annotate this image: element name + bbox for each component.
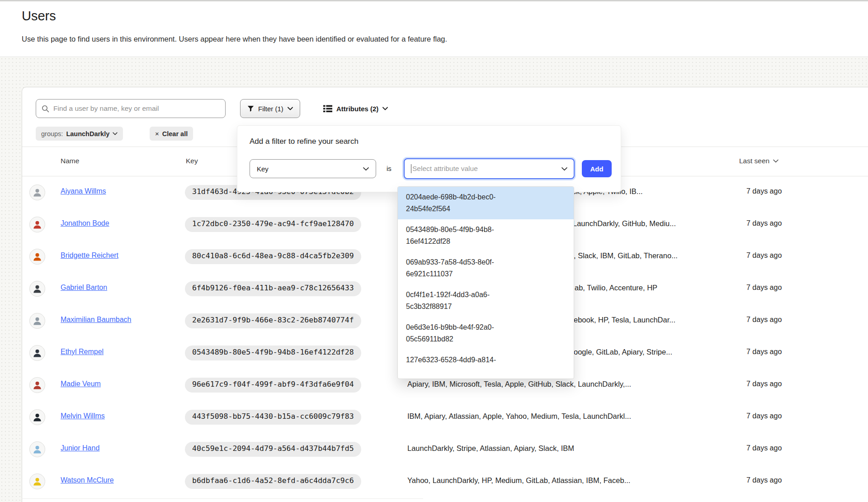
user-attributes: Yahoo, LaunchDarkly, HP, Medium, GitLab,…	[407, 476, 737, 485]
last-seen-value: 7 days ago	[746, 412, 782, 420]
avatar-figure	[33, 382, 41, 389]
user-name-link[interactable]: Bridgette Reichert	[61, 251, 118, 260]
list-icon	[323, 105, 332, 113]
chevron-down-icon	[363, 167, 369, 171]
attribute-value-option[interactable]: 0543489b-80e5-4f9b-94b8-16ef4122df28	[398, 219, 574, 252]
chevron-down-icon	[773, 159, 778, 163]
chevron-down-icon	[288, 107, 293, 110]
person-icon	[32, 251, 42, 262]
person-icon	[32, 412, 42, 422]
chip-attribute-name: groups:	[41, 130, 63, 137]
last-seen-value: 7 days ago	[746, 251, 782, 260]
filter-button[interactable]: Filter (1)	[240, 99, 300, 118]
user-name-link[interactable]: Jonathon Bode	[61, 219, 109, 227]
text-cursor	[411, 164, 411, 173]
last-seen-value: 7 days ago	[746, 219, 782, 227]
user-name-link[interactable]: Ethyl Rempel	[61, 348, 104, 356]
avatar-figure	[33, 253, 41, 261]
last-seen-value: 7 days ago	[746, 444, 782, 452]
attribute-value-text: 069ab933-7a58-4d53-8e0f-6e921c111037	[406, 256, 525, 280]
last-seen-value: 7 days ago	[746, 348, 782, 356]
user-attributes: LaunchDarkly, Stripe, Atlassian, Apiary,…	[407, 444, 737, 453]
table-row: Watson McClure b6dbfaa6-c1d6-4a52-8efd-a…	[22, 465, 868, 497]
user-name-link[interactable]: Gabriel Barton	[61, 284, 107, 292]
attribute-value-text: 0cf4f1e1-192f-4dd3-a0a6-5c3b32f88917	[406, 289, 525, 313]
avatar-figure	[33, 317, 41, 325]
avatar	[29, 409, 45, 425]
person-icon	[32, 316, 42, 326]
user-search[interactable]	[36, 99, 226, 118]
user-name-link[interactable]: Watson McClure	[61, 476, 114, 484]
filter-chip-groups[interactable]: groups: LaunchDarkly	[36, 127, 123, 141]
page-title: Users	[22, 9, 56, 24]
attributes-button[interactable]: Attributes (2)	[323, 99, 388, 118]
funnel-icon	[247, 105, 254, 112]
close-icon: ×	[155, 130, 159, 137]
filter-field-value: Key	[257, 165, 269, 173]
attribute-value-option[interactable]: 0cf4f1e1-192f-4dd3-a0a6-5c3b32f88917	[398, 284, 574, 317]
avatar	[29, 281, 45, 297]
filter-operator-label: is	[387, 165, 392, 172]
attribute-value-option[interactable]: 0e6d3e16-b9bb-4e4f-92a0-05c56911bd82	[398, 317, 574, 350]
user-key-chip: 40c59e1c-2094-4d79-a564-d437b44b7fd5	[185, 442, 361, 457]
attribute-value-option[interactable]: 069ab933-7a58-4d53-8e0f-6e921c111037	[398, 252, 574, 284]
last-seen-value: 7 days ago	[746, 380, 782, 388]
avatar	[29, 474, 45, 489]
clear-all-button[interactable]: × Clear all	[150, 127, 193, 141]
last-seen-value: 7 days ago	[746, 476, 782, 484]
table-row: Melvin Willms 443f5098-bb75-4430-b15a-cc…	[22, 401, 868, 433]
attribute-value-text: 0543489b-80e5-4f9b-94b8-16ef4122df28	[406, 224, 525, 247]
user-name-link[interactable]: Melvin Willms	[61, 412, 105, 420]
user-key-chip: 443f5098-bb75-4430-b15a-cc6009c79f83	[185, 410, 361, 425]
attribute-value-text: 0204aede-698b-4b2d-bec0-24b54fe2f564	[406, 191, 525, 215]
add-filter-button[interactable]: Add	[582, 160, 612, 177]
user-name-link[interactable]: Junior Hand	[61, 444, 99, 452]
filter-button-label: Filter (1)	[258, 105, 283, 113]
user-key-chip: 80c410a8-6c6d-48ea-9c88-d4ca5fb2e309	[185, 249, 361, 264]
user-key-chip: 0543489b-80e5-4f9b-94b8-16ef4122df28	[185, 346, 361, 360]
avatar	[29, 217, 45, 232]
chevron-down-icon	[113, 132, 118, 135]
user-key-chip: b6dbfaa6-c1d6-4a52-8efd-a6c4dda7c9c6	[185, 474, 361, 489]
user-key-chip: 2e2631d7-9f9b-466e-83c2-26eb8740774f	[185, 313, 361, 328]
attribute-value-combobox[interactable]: Select attribute value	[404, 158, 575, 179]
avatar	[29, 377, 45, 393]
avatar	[29, 345, 45, 361]
search-input[interactable]	[53, 104, 220, 113]
search-icon	[42, 105, 49, 113]
column-header-key: Key	[186, 157, 198, 165]
avatar	[29, 441, 45, 457]
avatar-figure	[33, 285, 41, 293]
person-icon	[32, 219, 42, 230]
user-key-chip: 96e617c9-f04f-499f-abf9-4f3dfa6e9f04	[185, 378, 361, 393]
avatar-figure	[33, 189, 41, 197]
user-name-link[interactable]: Maximilian Baumbach	[61, 316, 132, 324]
person-icon	[32, 444, 42, 455]
attribute-value-listbox: 0204aede-698b-4b2d-bec0-24b54fe2f564 054…	[397, 186, 574, 379]
add-filter-popover: Add a filter to refine your search Key i…	[237, 125, 621, 192]
page-description: Use this page to find users in this envi…	[22, 35, 447, 43]
chip-attribute-value: LaunchDarkly	[66, 130, 109, 137]
page-header: Users Use this page to find users in thi…	[0, 1, 868, 57]
attributes-button-label: Attributes (2)	[336, 105, 378, 113]
avatar	[29, 185, 45, 200]
person-icon	[32, 187, 42, 198]
column-header-name: Name	[61, 157, 79, 165]
avatar	[29, 313, 45, 329]
table-row: Junior Hand 40c59e1c-2094-4d79-a564-d437…	[22, 433, 868, 465]
person-icon	[32, 380, 42, 390]
filter-field-select[interactable]: Key	[250, 159, 376, 178]
last-seen-value: 7 days ago	[746, 316, 782, 324]
clear-all-label: Clear all	[162, 130, 188, 137]
avatar	[29, 249, 45, 265]
avatar-figure	[33, 478, 41, 486]
user-name-link[interactable]: Aiyana Willms	[61, 187, 106, 195]
user-name-link[interactable]: Madie Veum	[61, 380, 101, 388]
attribute-value-option[interactable]: 127e6323-6528-4dd9-a814-	[398, 350, 574, 370]
avatar-figure	[33, 350, 41, 357]
avatar-figure	[33, 414, 41, 421]
chevron-down-icon	[382, 107, 388, 110]
attribute-value-option[interactable]: 0204aede-698b-4b2d-bec0-24b54fe2f564	[398, 187, 574, 219]
user-attributes: IBM, Apiary, Atlassian, Apple, Yahoo, Me…	[407, 412, 737, 421]
column-header-last-seen[interactable]: Last seen	[739, 157, 778, 165]
